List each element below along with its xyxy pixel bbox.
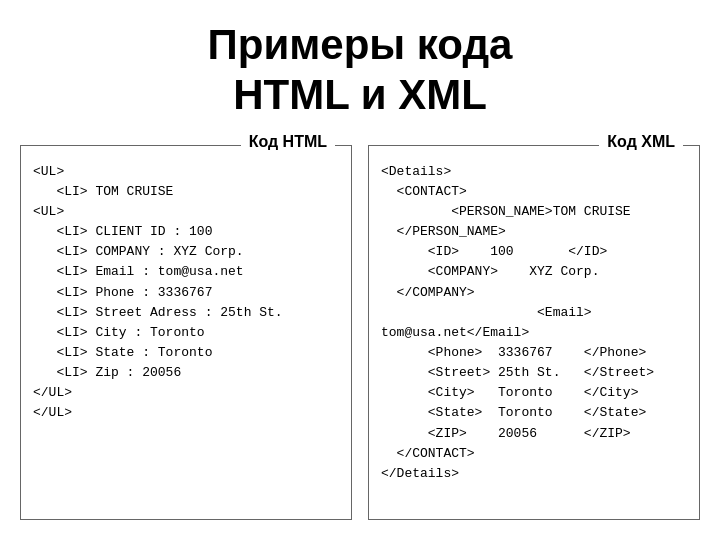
panels-container: Код HTML <UL> <LI> TOM CRUISE <UL> <LI> … bbox=[20, 145, 700, 520]
page-title: Примеры кода HTML и XML bbox=[208, 20, 513, 121]
xml-panel-label: Код XML bbox=[599, 133, 683, 151]
xml-panel: Код XML <Details> <CONTACT> <PERSON_NAME… bbox=[368, 145, 700, 520]
html-panel-label: Код HTML bbox=[241, 133, 335, 151]
title-line1: Примеры кода bbox=[208, 21, 513, 68]
title-line2: HTML и XML bbox=[233, 71, 487, 118]
xml-code: <Details> <CONTACT> <PERSON_NAME>TOM CRU… bbox=[381, 162, 687, 484]
html-code: <UL> <LI> TOM CRUISE <UL> <LI> CLIENT ID… bbox=[33, 162, 339, 424]
html-panel: Код HTML <UL> <LI> TOM CRUISE <UL> <LI> … bbox=[20, 145, 352, 520]
